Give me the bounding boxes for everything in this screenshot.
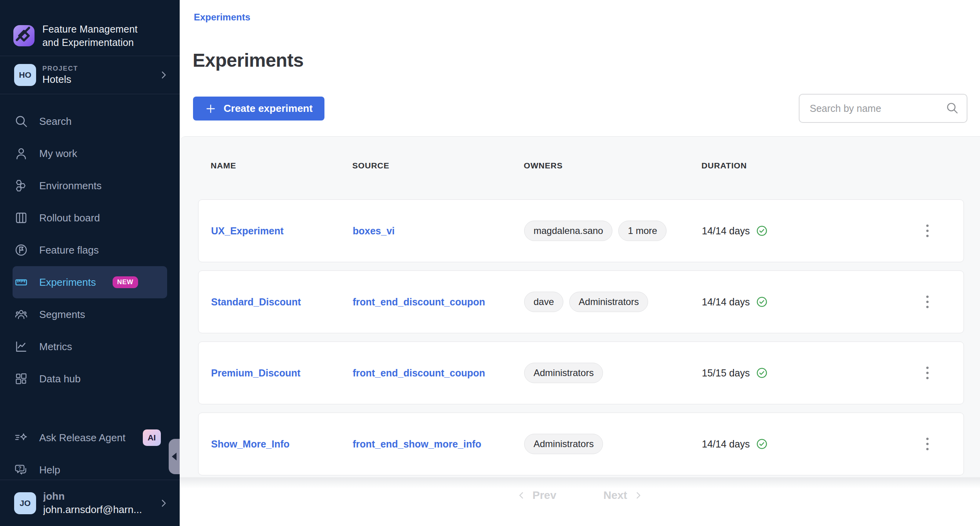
project-badge: HO xyxy=(14,64,36,86)
project-selector[interactable]: HO PROJECT Hotels xyxy=(0,56,180,94)
prev-label: Prev xyxy=(532,489,556,502)
main-content: Experiments Experiments Create experimen… xyxy=(180,0,980,526)
row-menu-button[interactable] xyxy=(922,292,933,312)
experiment-source-link[interactable]: boxes_vi xyxy=(353,225,524,237)
create-experiment-button[interactable]: Create experiment xyxy=(193,97,324,121)
table-header: NAME SOURCE OWNERS DURATION xyxy=(198,161,964,170)
collapse-arrow-icon xyxy=(172,453,177,460)
owners-cell: Administrators xyxy=(524,434,702,454)
chevron-right-icon xyxy=(158,498,169,508)
sidebar-item-label: Search xyxy=(39,115,71,128)
experiment-source-link[interactable]: front_end_show_more_info xyxy=(353,438,524,450)
column-header-name: NAME xyxy=(211,161,352,170)
sidebar-item-label: Ask Release Agent xyxy=(39,432,126,444)
row-menu-button[interactable] xyxy=(922,221,933,241)
sidebar-item-feature-flags[interactable]: Feature flags xyxy=(13,234,167,266)
prev-page-button[interactable]: Prev xyxy=(517,489,556,502)
user-avatar: JO xyxy=(14,492,36,514)
sidebar-item-segments[interactable]: Segments xyxy=(13,298,167,331)
sidebar-item-label: Help xyxy=(39,464,60,476)
column-header-duration: DURATION xyxy=(701,161,904,170)
sidebar-item-experiments[interactable]: Experiments NEW xyxy=(13,266,167,298)
check-circle-icon xyxy=(756,296,768,308)
app-screen: Feature Management and Experimentation H… xyxy=(0,0,980,526)
sidebar-item-rollout-board[interactable]: Rollout board xyxy=(13,202,167,234)
experiment-name-link[interactable]: Standard_Discount xyxy=(211,296,353,308)
sidebar-item-search[interactable]: Search xyxy=(13,105,167,137)
project-name: Hotels xyxy=(42,73,78,86)
board-columns-icon xyxy=(14,211,28,225)
page-title: Experiments xyxy=(193,49,304,71)
duration-value: 15/15 days xyxy=(702,367,750,379)
owner-pill[interactable]: magdalena.sano xyxy=(524,221,612,241)
project-label: PROJECT xyxy=(42,65,78,73)
search-by-name xyxy=(799,94,967,123)
owners-cell: magdalena.sano 1 more xyxy=(524,221,702,241)
create-experiment-label: Create experiment xyxy=(224,102,313,115)
owner-pill[interactable]: Administrators xyxy=(569,292,648,312)
pagination-area: Prev Next xyxy=(180,477,980,526)
row-menu-button[interactable] xyxy=(922,434,933,454)
user-account[interactable]: JO john john.arnsdorf@harn... xyxy=(0,480,180,526)
hexagons-icon xyxy=(14,179,28,193)
sidebar-item-label: Metrics xyxy=(39,341,72,353)
chevron-left-icon xyxy=(517,491,526,500)
sidebar-item-label: Experiments xyxy=(39,276,96,289)
sidebar-collapse-handle[interactable] xyxy=(169,439,180,474)
duration-value: 14/14 days xyxy=(702,296,750,308)
sidebar-item-metrics[interactable]: Metrics xyxy=(13,331,167,363)
duration-cell: 14/14 days xyxy=(702,438,904,450)
table-rows: UX_Experiment boxes_vi magdalena.sano 1 … xyxy=(198,199,964,484)
sidebar-item-label: My work xyxy=(39,148,77,160)
duration-cell: 14/14 days xyxy=(702,296,904,308)
table-row: UX_Experiment boxes_vi magdalena.sano 1 … xyxy=(198,199,964,262)
owner-pill[interactable]: Administrators xyxy=(524,363,603,383)
breadcrumb[interactable]: Experiments xyxy=(194,12,250,23)
sidebar-item-my-work[interactable]: My work xyxy=(13,137,167,170)
experiment-source-link[interactable]: front_end_discount_coupon xyxy=(353,296,524,308)
table-row: Premium_Discount front_end_discount_coup… xyxy=(198,342,964,404)
owner-pill[interactable]: Administrators xyxy=(524,434,603,454)
sidebar-item-data-hub[interactable]: Data hub xyxy=(13,363,167,395)
app-title: Feature Management and Experimentation xyxy=(42,22,138,49)
row-menu-button[interactable] xyxy=(922,363,933,383)
experiment-name-link[interactable]: Premium_Discount xyxy=(211,367,353,379)
experiment-name-link[interactable]: UX_Experiment xyxy=(211,225,353,237)
plus-icon xyxy=(205,103,217,115)
search-input[interactable] xyxy=(799,94,967,123)
search-icon xyxy=(14,114,28,128)
column-header-owners: OWNERS xyxy=(524,161,701,170)
svg-text:?: ? xyxy=(18,465,22,471)
check-circle-icon xyxy=(756,225,768,237)
new-badge: NEW xyxy=(113,276,138,288)
chart-line-icon xyxy=(14,340,28,354)
sidebar-item-label: Data hub xyxy=(39,373,81,385)
sidebar-item-ask-release-agent[interactable]: Ask Release Agent AI xyxy=(13,422,167,454)
sparkle-lines-icon xyxy=(14,431,28,445)
user-name: john xyxy=(43,490,142,502)
duration-cell: 15/15 days xyxy=(702,367,904,379)
experiments-table-panel: NAME SOURCE OWNERS DURATION UX_Experimen… xyxy=(180,136,980,526)
split-logo-icon xyxy=(13,24,35,47)
sidebar-item-label: Environments xyxy=(39,180,102,192)
person-icon xyxy=(14,146,28,161)
duration-cell: 14/14 days xyxy=(702,225,904,237)
sidebar-item-environments[interactable]: Environments xyxy=(13,170,167,202)
owner-pill[interactable]: dave xyxy=(524,292,563,312)
next-label: Next xyxy=(603,489,627,502)
next-page-button[interactable]: Next xyxy=(603,489,643,502)
user-email: john.arnsdorf@harn... xyxy=(43,504,142,516)
chevron-right-icon xyxy=(158,70,169,80)
sidebar-nav: Search My work Environments Rollout boar… xyxy=(0,94,180,486)
flag-circle-icon xyxy=(14,243,28,257)
search-icon xyxy=(945,101,959,115)
owners-cell: Administrators xyxy=(524,363,702,383)
experiment-source-link[interactable]: front_end_discount_coupon xyxy=(353,367,524,379)
sidebar: Feature Management and Experimentation H… xyxy=(0,0,180,526)
owner-more-pill[interactable]: 1 more xyxy=(618,221,667,241)
check-circle-icon xyxy=(756,367,768,379)
duration-value: 14/14 days xyxy=(702,225,750,237)
experiment-name-link[interactable]: Show_More_Info xyxy=(211,438,353,450)
data-blocks-icon xyxy=(14,372,28,386)
check-circle-icon xyxy=(756,438,768,450)
